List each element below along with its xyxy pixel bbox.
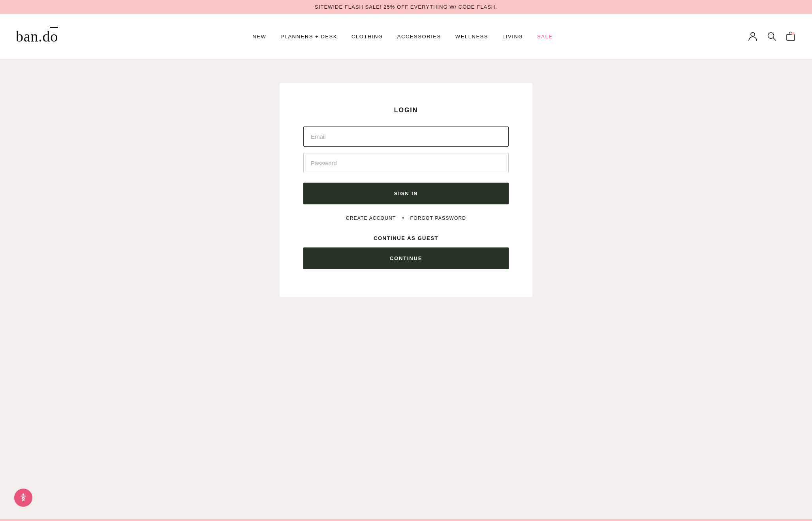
nav-item-sale[interactable]: SALE	[537, 34, 553, 40]
promo-banner: SITEWIDE FLASH SALE! 25% OFF EVERYTHING …	[0, 0, 812, 14]
create-account-link[interactable]: CREATE ACCOUNT	[346, 215, 396, 221]
email-input[interactable]	[303, 126, 509, 147]
site-logo[interactable]: ban.do	[16, 28, 58, 45]
login-card: LOGIN SIGN IN CREATE ACCOUNT • FORGOT PA…	[280, 83, 532, 297]
password-input[interactable]	[303, 153, 509, 173]
svg-point-0	[751, 32, 755, 36]
forgot-password-link[interactable]: FORGOT PASSWORD	[410, 215, 466, 221]
svg-rect-3	[787, 34, 795, 40]
nav-item-planners[interactable]: PLANNERS + DESK	[280, 34, 337, 40]
nav-item-accessories[interactable]: ACCESSORIES	[397, 34, 441, 40]
cart-icon[interactable]	[785, 31, 796, 42]
main-nav: NEW PLANNERS + DESK CLOTHING ACCESSORIES…	[252, 34, 553, 40]
continue-button[interactable]: CONTINUE	[303, 247, 509, 269]
promo-text: SITEWIDE FLASH SALE! 25% OFF EVERYTHING …	[315, 4, 497, 10]
svg-point-5	[23, 493, 24, 495]
accessibility-icon	[18, 493, 28, 503]
login-title: LOGIN	[303, 107, 509, 114]
email-field-group	[303, 126, 509, 147]
password-field-group	[303, 153, 509, 173]
nav-item-living[interactable]: LIVING	[502, 34, 523, 40]
account-links: CREATE ACCOUNT • FORGOT PASSWORD	[303, 215, 509, 221]
nav-item-wellness[interactable]: WELLNESS	[455, 34, 488, 40]
account-icon[interactable]	[747, 31, 758, 42]
main-content: LOGIN SIGN IN CREATE ACCOUNT • FORGOT PA…	[0, 59, 812, 519]
nav-item-new[interactable]: NEW	[252, 34, 266, 40]
site-header: ban.do NEW PLANNERS + DESK CLOTHING ACCE…	[0, 14, 812, 59]
dot-separator: •	[402, 215, 404, 221]
accessibility-button[interactable]	[14, 489, 32, 507]
search-icon[interactable]	[766, 31, 777, 42]
header-icons	[747, 31, 796, 42]
guest-label: CONTINUE AS GUEST	[303, 235, 509, 241]
svg-point-4	[791, 32, 795, 35]
sign-in-button[interactable]: SIGN IN	[303, 183, 509, 204]
nav-item-clothing[interactable]: CLOTHING	[351, 34, 383, 40]
footer-band	[0, 519, 812, 521]
guest-section: CONTINUE AS GUEST CONTINUE	[303, 235, 509, 269]
svg-line-2	[773, 38, 776, 41]
